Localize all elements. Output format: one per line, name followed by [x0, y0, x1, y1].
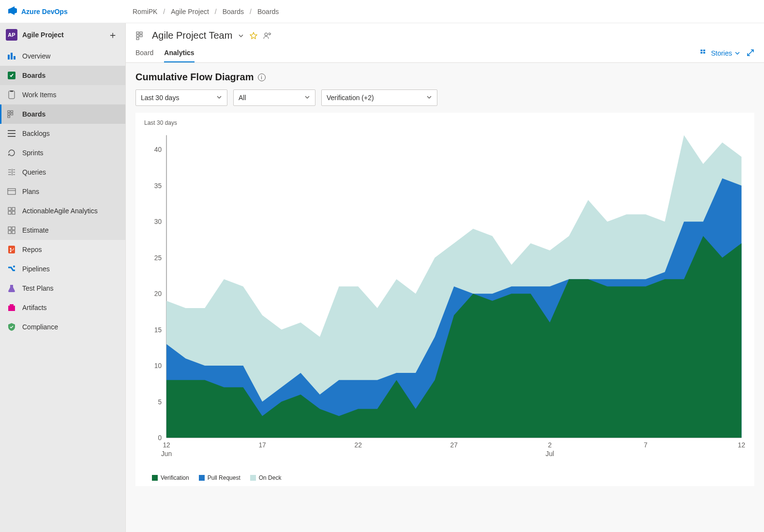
sidebar-item-label: Artifacts — [22, 304, 47, 311]
svg-text:12: 12 — [738, 442, 745, 449]
svg-rect-2 — [14, 56, 15, 59]
grid-icon — [7, 206, 16, 216]
sidebar-item-boards[interactable]: Boards — [0, 66, 125, 85]
svg-rect-33 — [701, 49, 703, 51]
sidebar-item-work-items[interactable]: Work Items — [0, 85, 125, 104]
project-name[interactable]: Agile Project — [22, 31, 101, 39]
swatch-icon — [152, 475, 158, 481]
svg-rect-16 — [8, 227, 11, 230]
backlog-level-label: Stories — [711, 49, 732, 57]
svg-rect-1 — [11, 53, 13, 59]
overview-icon — [7, 51, 16, 61]
tab-analytics[interactable]: Analytics — [164, 44, 194, 62]
sidebar-item-label: Estimate — [22, 226, 48, 234]
sidebar-item-test-plans[interactable]: Test Plans — [0, 279, 125, 298]
legend-item-pull-request[interactable]: Pull Request — [199, 474, 240, 481]
add-button[interactable]: ＋ — [106, 27, 120, 44]
team-members-icon[interactable] — [263, 32, 272, 40]
boards-icon — [7, 71, 16, 80]
svg-text:15: 15 — [154, 326, 162, 334]
team-dropdown[interactable] — [238, 33, 244, 39]
sidebar-item-pipelines[interactable]: Pipelines — [0, 259, 125, 279]
backlog-level-dropdown[interactable]: Stories — [700, 49, 740, 58]
sidebar-item-label: Boards — [22, 110, 45, 118]
legend-item-on-deck[interactable]: On Deck — [250, 474, 282, 481]
svg-text:30: 30 — [154, 218, 162, 225]
sidebar-item-label: Plans — [22, 188, 39, 195]
svg-rect-11 — [8, 189, 15, 194]
sidebar-item-queries[interactable]: Queries — [0, 163, 125, 182]
svg-rect-17 — [12, 227, 15, 230]
sidebar-item-actionableagile-analytics[interactable]: ActionableAgile Analytics — [0, 201, 125, 221]
artifacts-icon — [7, 303, 16, 312]
svg-text:27: 27 — [450, 442, 458, 449]
svg-rect-14 — [8, 211, 11, 214]
time-range-filter[interactable]: Last 30 days — [135, 89, 227, 106]
brand[interactable]: Azure DevOps — [0, 6, 126, 17]
svg-rect-7 — [11, 111, 13, 113]
svg-text:2: 2 — [548, 442, 552, 449]
swatch-icon — [250, 475, 256, 481]
svg-rect-15 — [12, 211, 15, 214]
sidebar-item-backlogs[interactable]: Backlogs — [0, 124, 125, 143]
sprints-icon — [7, 148, 16, 158]
svg-rect-6 — [8, 111, 10, 113]
sidebar-item-sprints[interactable]: Sprints — [0, 143, 125, 163]
tab-board[interactable]: Board — [135, 44, 153, 62]
favorite-star-icon[interactable] — [250, 32, 257, 40]
pipelines-icon — [7, 264, 16, 274]
sidebar: AP Agile Project ＋ OverviewBoardsWork It… — [0, 23, 126, 532]
compliance-icon — [7, 322, 16, 332]
sidebar-item-artifacts[interactable]: Artifacts — [0, 298, 125, 317]
breadcrumb-item[interactable]: Boards — [257, 8, 279, 15]
sidebar-item-boards[interactable]: Boards — [0, 104, 125, 124]
svg-rect-12 — [8, 207, 11, 210]
svg-text:5: 5 — [158, 399, 162, 406]
svg-rect-29 — [140, 35, 142, 37]
svg-rect-18 — [8, 231, 11, 234]
breadcrumb-item[interactable]: Agile Project — [171, 8, 209, 15]
svg-rect-27 — [140, 32, 142, 34]
svg-text:17: 17 — [258, 442, 266, 449]
sidebar-item-label: Backlogs — [22, 130, 50, 137]
svg-text:20: 20 — [154, 290, 162, 297]
svg-text:10: 10 — [154, 362, 162, 369]
sidebar-item-plans[interactable]: Plans — [0, 182, 125, 201]
brand-label: Azure DevOps — [21, 8, 68, 15]
chart-caption: Last 30 days — [142, 119, 748, 126]
breadcrumb-item[interactable]: RomiPK — [133, 8, 157, 15]
swimlanes-filter[interactable]: All — [233, 89, 315, 106]
svg-rect-5 — [10, 90, 13, 92]
plans-icon — [7, 187, 16, 196]
breadcrumb: RomiPK / Agile Project / Boards / Boards — [126, 8, 279, 15]
svg-text:12: 12 — [163, 442, 170, 449]
chevron-down-icon — [216, 94, 222, 102]
sidebar-item-repos[interactable]: Repos — [0, 240, 125, 259]
sidebar-item-label: Work Items — [22, 91, 57, 99]
legend-item-verification[interactable]: Verification — [152, 474, 189, 481]
sidebar-item-estimate[interactable]: Estimate — [0, 221, 125, 240]
info-icon[interactable]: i — [258, 74, 266, 81]
svg-text:Jun: Jun — [161, 450, 172, 458]
board-icon — [135, 30, 146, 41]
svg-rect-34 — [704, 49, 705, 51]
team-name: Agile Project Team — [152, 30, 232, 41]
fullscreen-button[interactable] — [747, 49, 754, 58]
azure-devops-icon — [8, 6, 17, 17]
boards2-icon — [7, 109, 16, 119]
queries-icon — [7, 167, 16, 177]
backlogs-icon — [7, 129, 16, 138]
svg-rect-28 — [136, 35, 139, 37]
svg-rect-8 — [8, 113, 10, 115]
project-badge: AP — [6, 29, 17, 41]
breadcrumb-item[interactable]: Boards — [223, 8, 244, 15]
sidebar-item-compliance[interactable]: Compliance — [0, 317, 125, 337]
grid-icon — [7, 225, 16, 235]
sidebar-item-overview[interactable]: Overview — [0, 46, 125, 66]
svg-text:0: 0 — [158, 434, 162, 442]
svg-rect-19 — [12, 231, 15, 234]
columns-filter[interactable]: Verification (+2) — [321, 89, 437, 106]
sidebar-item-label: Queries — [22, 168, 46, 176]
sidebar-item-label: Boards — [22, 72, 45, 79]
svg-rect-25 — [10, 304, 14, 306]
